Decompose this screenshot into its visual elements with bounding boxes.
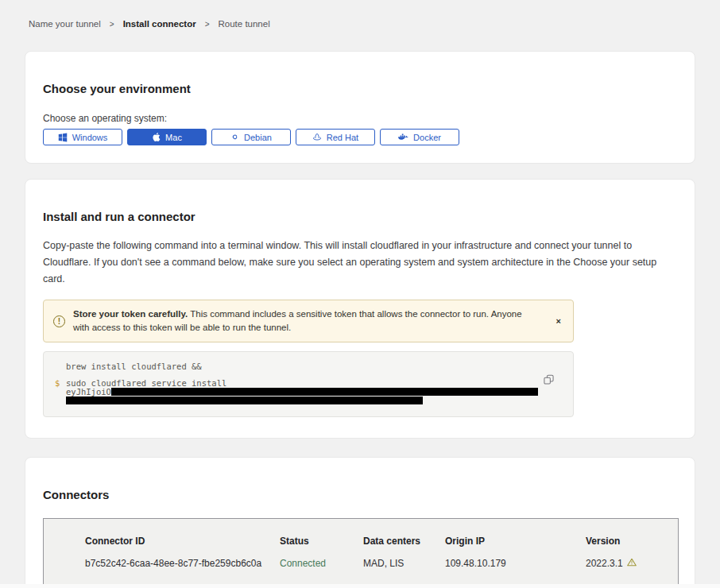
cell-status: Connected [280,558,363,569]
copy-command-button[interactable] [544,374,554,385]
alert-circle-icon: ! [53,315,65,327]
connectors-card-title: Connectors [43,488,677,501]
breadcrumb-separator: > [205,20,210,29]
debian-logo-icon [230,133,239,141]
close-icon[interactable]: × [556,317,561,326]
token-warning-banner: ! Store your token carefully. This comma… [43,300,574,342]
windows-logo-icon [58,133,68,142]
warning-triangle-icon [627,558,637,569]
column-header-origin-ip: Origin IP [445,536,586,547]
breadcrumb-route-tunnel[interactable]: Route tunnel [219,19,270,29]
column-header-status: Status [280,536,363,547]
os-button-group: Windows Mac Debian Red Hat Docker [43,129,677,145]
connectors-card: Connectors Connector ID Status Data cent… [25,457,695,588]
token-redaction-bar [111,388,538,396]
install-command-codeblock: brew install cloudflared && $ sudo cloud… [43,351,574,417]
code-gutter [55,397,66,404]
os-button-label: Mac [165,133,182,142]
version-text: 2022.3.1 [586,558,623,569]
os-button-label: Windows [72,133,108,142]
apple-logo-icon [152,132,161,142]
os-button-label: Red Hat [327,133,358,142]
code-text-brew: brew install cloudflared && [66,362,202,371]
environment-card-title: Choose your environment [43,82,677,95]
token-warning-bold: Store your token carefully. [73,309,188,319]
os-button-debian[interactable]: Debian [211,129,291,145]
token-redaction-bar [66,397,423,404]
connectors-table: Connector ID Status Data centers Origin … [43,518,679,586]
os-button-label: Docker [413,133,441,142]
breadcrumb-separator: > [110,20,114,29]
token-warning-text: Store your token carefully. This command… [73,308,538,335]
install-connector-title: Install and run a connector [43,210,677,223]
install-connector-card: Install and run a connector Copy-paste t… [25,179,695,439]
os-button-redhat[interactable]: Red Hat [296,129,375,145]
os-button-windows[interactable]: Windows [43,129,122,145]
cell-connector-id: b7c52c42-6caa-48ee-8c77-fbe259cb6c0a [85,558,280,569]
copy-icon [544,375,554,387]
breadcrumb-name-your-tunnel[interactable]: Name your tunnel [29,19,101,29]
os-button-mac[interactable]: Mac [127,129,207,145]
breadcrumb: Name your tunnel > Install connector > R… [0,0,720,29]
code-line-brew: brew install cloudflared && [55,362,541,371]
bottom-edge-strip [0,584,720,588]
environment-card: Choose your environment Choose an operat… [25,51,695,164]
redhat-logo-icon [312,133,322,141]
code-line-token-2 [55,397,541,404]
code-gutter [55,362,66,371]
column-header-data-centers: Data centers [363,536,445,547]
cell-version: 2022.3.1 [586,558,678,569]
token-prefix-text: eyJhIjoiO [66,388,111,397]
code-line-token: eyJhIjoiO [55,388,541,397]
install-connector-description: Copy-paste the following command into a … [43,238,677,288]
os-button-label: Debian [244,133,272,142]
breadcrumb-install-connector[interactable]: Install connector [123,19,196,29]
cell-data-centers: MAD, LIS [363,558,445,569]
docker-logo-icon [398,133,408,141]
code-line-sudo: $ sudo cloudflared service install [55,379,541,388]
shell-prompt: $ [55,379,66,388]
column-header-version: Version [586,536,678,547]
code-gutter [55,388,66,397]
column-header-connector-id: Connector ID [85,536,280,547]
os-select-label: Choose an operating system: [43,113,677,124]
cell-origin-ip: 109.48.10.179 [445,558,586,569]
os-button-docker[interactable]: Docker [380,129,459,145]
